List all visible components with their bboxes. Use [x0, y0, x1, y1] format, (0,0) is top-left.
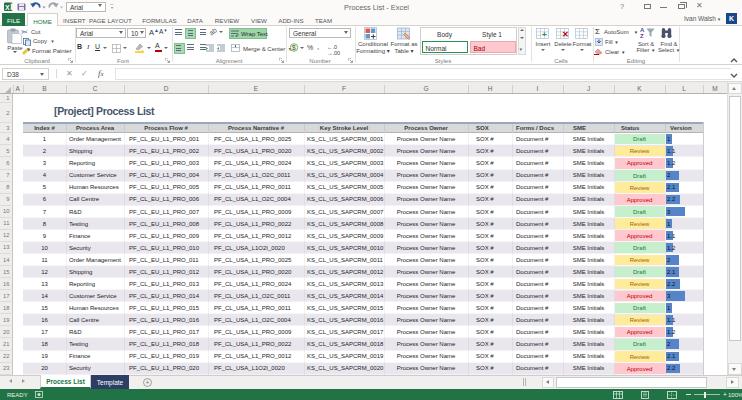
svg-text:+: +	[542, 30, 547, 39]
svg-text:X: X	[5, 3, 10, 10]
svg-text:$: $	[292, 44, 296, 51]
svg-text:✕: ✕	[562, 30, 569, 39]
